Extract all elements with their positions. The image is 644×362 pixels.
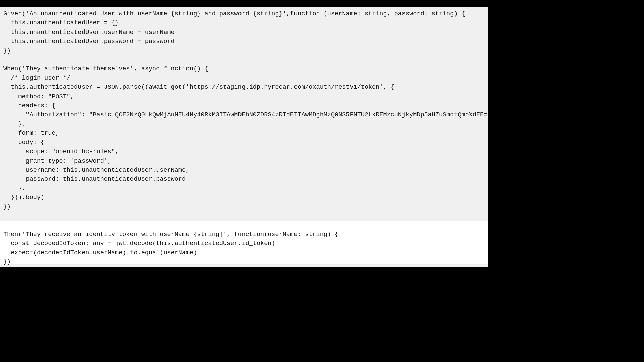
code-line-26: expect(decodedIdToken.userName).to.equal… <box>3 248 485 257</box>
code-line-24: Then('They receive an identity token wit… <box>3 230 485 239</box>
code-line-25: const decodedIdToken: any = jwt.decode(t… <box>3 239 485 248</box>
code-line-19: }, <box>3 184 485 193</box>
code-line-21: }) <box>3 202 485 212</box>
code-line-11: "Authorization": "Basic QCE2NzQ0LkQwMjAu… <box>3 110 485 119</box>
code-line-7: /* login user */ <box>3 74 485 83</box>
code-line-5 <box>3 55 485 64</box>
code-line-12: }, <box>3 120 485 129</box>
code-line-22 <box>3 212 485 221</box>
code-line-1: this.unauthenticatedUser = {} <box>3 18 485 27</box>
code-line-2: this.unauthenticatedUser.userName = user… <box>3 28 485 37</box>
code-line-6: When('They authenticate themselves', asy… <box>3 64 485 73</box>
code-area: Given('An unauthenticated User with user… <box>0 7 488 267</box>
code-line-23 <box>3 221 485 230</box>
code-line-14: body: { <box>3 138 485 147</box>
code-line-27: }) <box>3 257 485 266</box>
code-line-9: method: "POST", <box>3 92 485 101</box>
letterbox-bottom <box>0 267 488 274</box>
code-line-4: }) <box>3 46 485 55</box>
code-line-3: this.unauthenticatedUser.password = pass… <box>3 37 485 46</box>
code-line-13: form: true, <box>3 129 485 138</box>
code-line-15: scope: "openid hc-rules", <box>3 147 485 156</box>
code-line-0: Given('An unauthenticated User with user… <box>3 9 485 18</box>
code-line-10: headers: { <box>3 101 485 110</box>
code-line-8: this.authenticatedUser = JSON.parse((awa… <box>3 83 485 92</box>
code-wrapper: Given('An unauthenticated User with user… <box>3 9 485 266</box>
code-line-20: })).body) <box>3 193 485 202</box>
code-line-18: password: this.unauthenticatedUser.passw… <box>3 175 485 184</box>
letterbox-top <box>0 0 488 7</box>
code-line-17: username: this.unauthenticatedUser.userN… <box>3 166 485 175</box>
code-line-16: grant_type: 'password', <box>3 157 485 166</box>
